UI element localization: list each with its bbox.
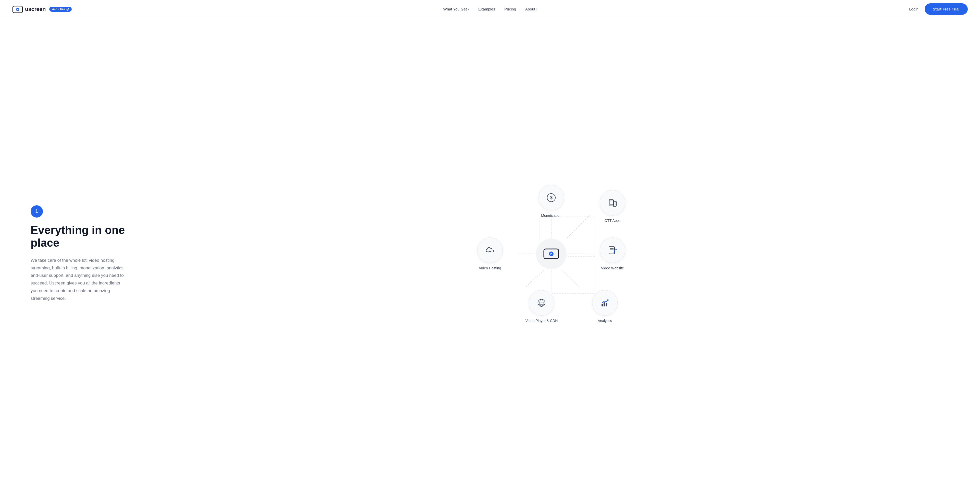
svg-rect-35 xyxy=(606,303,607,306)
hiring-badge[interactable]: We're Hiring! xyxy=(49,6,72,12)
node-hosting: Video Hosting xyxy=(477,237,503,270)
analytics-circle xyxy=(592,290,617,315)
svg-text:$: $ xyxy=(550,195,552,200)
monetization-circle: $ xyxy=(538,185,564,210)
logo-wrapper[interactable]: uscreen xyxy=(12,5,46,13)
svg-rect-17 xyxy=(609,200,613,204)
left-content: 1 Everything in one place We take care o… xyxy=(30,205,127,302)
diagram-container: $ Monetization OTT Apps xyxy=(472,180,630,328)
svg-rect-34 xyxy=(604,302,605,306)
svg-rect-21 xyxy=(609,247,614,254)
step-badge: 1 xyxy=(30,205,43,218)
svg-line-4 xyxy=(566,215,590,239)
website-circle xyxy=(600,237,625,263)
svg-line-8 xyxy=(563,271,579,287)
nav-item-pricing[interactable]: Pricing xyxy=(504,7,516,11)
ott-circle xyxy=(600,190,625,215)
nav-left: uscreen We're Hiring! xyxy=(12,5,72,13)
node-monetization: $ Monetization xyxy=(538,185,564,218)
chevron-down-icon: ▾ xyxy=(536,8,538,11)
svg-line-7 xyxy=(526,271,544,287)
player-icon xyxy=(536,298,547,308)
navbar: uscreen We're Hiring! What You Get ▾ Exa… xyxy=(0,0,980,18)
player-label: Video Player & CDN xyxy=(525,319,558,323)
website-label: Video Website xyxy=(601,266,624,270)
nav-right: Login Start Free Trial xyxy=(909,3,968,15)
nav-item-examples[interactable]: Examples xyxy=(478,7,495,11)
logo-text: uscreen xyxy=(25,6,46,13)
svg-rect-19 xyxy=(614,202,616,205)
center-node xyxy=(536,239,566,269)
website-icon xyxy=(608,245,617,255)
right-diagram: $ Monetization OTT Apps xyxy=(143,180,959,328)
player-circle xyxy=(529,290,554,315)
analytics-icon xyxy=(600,298,610,308)
main-description: We take care of the whole lot: video hos… xyxy=(30,256,127,302)
node-ott: OTT Apps xyxy=(600,190,625,223)
login-link[interactable]: Login xyxy=(909,7,918,11)
monetization-label: Monetization xyxy=(541,213,561,218)
nav-center: What You Get ▾ Examples Pricing About ▾ xyxy=(443,7,538,11)
chevron-down-icon: ▾ xyxy=(468,8,469,11)
logo-icon xyxy=(12,5,23,13)
main-heading: Everything in one place xyxy=(30,224,127,250)
hosting-circle xyxy=(477,237,503,263)
ott-icon xyxy=(608,198,617,208)
analytics-label: Analytics xyxy=(598,319,612,323)
svg-rect-33 xyxy=(601,304,603,306)
main-section: 1 Everything in one place We take care o… xyxy=(0,18,980,489)
nav-item-what-you-get[interactable]: What You Get ▾ xyxy=(443,7,469,11)
ott-label: OTT Apps xyxy=(605,218,620,223)
start-free-trial-button[interactable]: Start Free Trial xyxy=(924,3,968,15)
node-player: Video Player & CDN xyxy=(525,290,558,323)
node-website: Video Website xyxy=(600,237,625,270)
hosting-icon xyxy=(485,245,495,255)
hosting-label: Video Hosting xyxy=(479,266,501,270)
center-logo-icon xyxy=(543,248,559,260)
nav-item-about[interactable]: About ▾ xyxy=(525,7,538,11)
monetization-icon: $ xyxy=(546,193,556,203)
node-analytics: Analytics xyxy=(592,290,617,323)
